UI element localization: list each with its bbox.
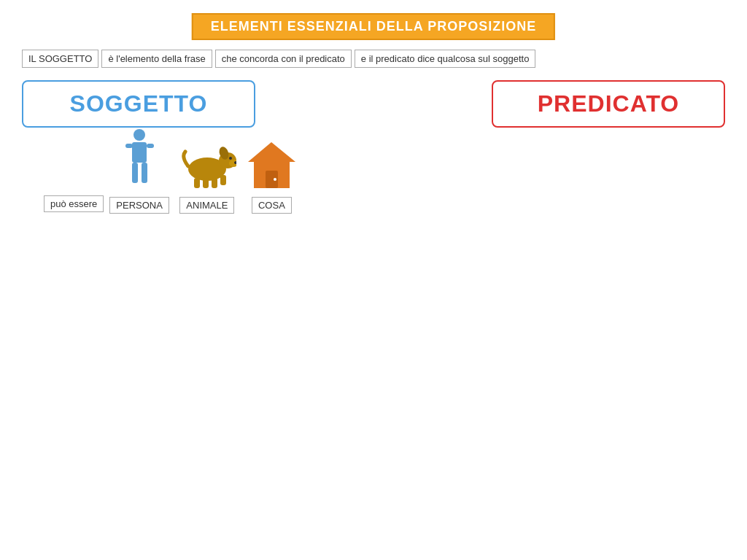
persona-icon bbox=[120, 128, 160, 192]
title-banner: ELEMENTI ESSENZIALI DELLA PROPOSIZIONE bbox=[192, 13, 555, 40]
svg-rect-12 bbox=[212, 178, 217, 188]
info-box-1: IL SOGGETTO bbox=[22, 50, 98, 68]
svg-marker-16 bbox=[248, 142, 295, 162]
page-wrapper: ELEMENTI ESSENZIALI DELLA PROPOSIZIONE I… bbox=[0, 0, 747, 560]
info-box-2: è l'elemento della frase bbox=[101, 50, 212, 68]
predicato-label: PREDICATO bbox=[538, 90, 680, 117]
svg-point-19 bbox=[274, 178, 276, 181]
persona-item: PERSONA bbox=[109, 128, 169, 214]
soggetto-label: SOGGETTO bbox=[70, 90, 208, 117]
svg-rect-4 bbox=[132, 163, 138, 183]
main-row: SOGGETTO PREDICATO bbox=[22, 80, 725, 128]
animale-item: ANIMALE bbox=[178, 139, 236, 214]
svg-rect-2 bbox=[125, 144, 133, 148]
svg-rect-3 bbox=[147, 144, 154, 148]
svg-point-14 bbox=[229, 157, 232, 160]
title-text: ELEMENTI ESSENZIALI DELLA PROPOSIZIONE bbox=[211, 19, 536, 34]
soggetto-box: SOGGETTO bbox=[22, 80, 255, 128]
info-box-3: che concorda con il predicato bbox=[215, 50, 352, 68]
puo-essere-label: può essere bbox=[44, 195, 104, 212]
icons-area: può essere bbox=[44, 128, 298, 214]
svg-rect-13 bbox=[220, 175, 226, 185]
svg-rect-11 bbox=[203, 178, 209, 188]
animale-label: ANIMALE bbox=[179, 197, 234, 214]
cosa-label: COSA bbox=[252, 197, 292, 214]
predicato-box: PREDICATO bbox=[492, 80, 725, 128]
svg-rect-5 bbox=[142, 163, 147, 183]
svg-point-0 bbox=[133, 129, 145, 141]
svg-rect-1 bbox=[132, 142, 147, 163]
info-box-4: e il predicato dice qualcosa sul soggett… bbox=[355, 50, 536, 68]
info-strip: IL SOGGETTO è l'elemento della frase che… bbox=[22, 50, 535, 68]
cosa-item: COSA bbox=[248, 139, 295, 214]
animale-icon bbox=[178, 139, 236, 192]
cosa-icon bbox=[248, 139, 295, 192]
persona-label: PERSONA bbox=[109, 197, 169, 214]
svg-rect-10 bbox=[194, 178, 200, 188]
